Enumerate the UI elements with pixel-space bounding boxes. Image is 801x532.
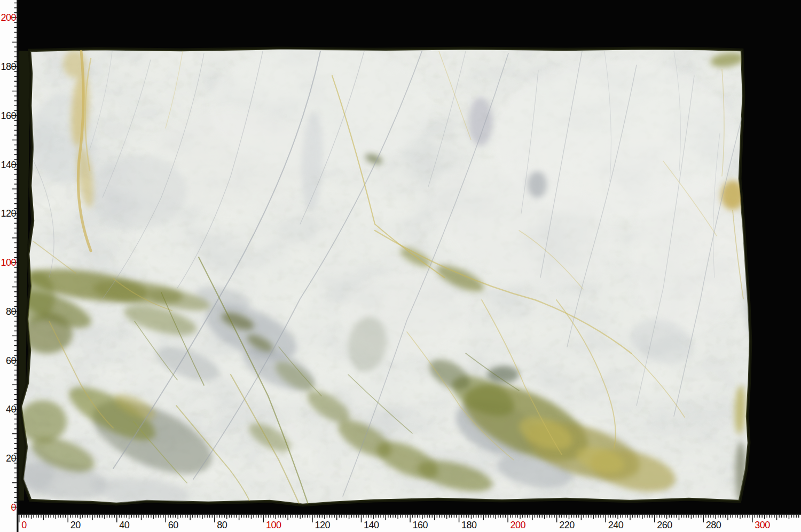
- bottom-ruler-tick: [341, 515, 342, 518]
- left-ruler-tick: [14, 277, 17, 278]
- bottom-ruler-tick: [732, 515, 733, 518]
- bottom-ruler-tick: [121, 515, 122, 518]
- bottom-ruler-tick: [422, 515, 423, 519]
- bottom-ruler-tick: [90, 515, 91, 518]
- bottom-ruler-tick: [634, 515, 635, 518]
- left-ruler-label: 140: [1, 160, 16, 170]
- left-ruler-tick: [12, 384, 17, 385]
- bottom-ruler-tick: [720, 515, 721, 518]
- bottom-ruler-label: 160: [413, 520, 428, 530]
- bottom-ruler-tick: [403, 515, 404, 518]
- bottom-ruler-tick: [307, 515, 308, 518]
- bottom-ruler-tick: [380, 515, 381, 518]
- bottom-ruler-tick: [265, 515, 266, 518]
- bottom-ruler-tick: [45, 515, 46, 518]
- bottom-ruler-tick: [200, 515, 201, 518]
- bottom-ruler-tick: [464, 515, 465, 518]
- bottom-ruler-tick: [488, 515, 489, 518]
- bottom-ruler-tick: [241, 515, 242, 518]
- bottom-ruler-tick: [327, 515, 328, 518]
- bottom-ruler-tick: [219, 515, 220, 518]
- left-ruler-tick: [14, 399, 17, 400]
- bottom-ruler-tick: [649, 515, 650, 518]
- left-ruler-tick: [14, 96, 17, 97]
- bottom-ruler-tick: [476, 515, 477, 518]
- bottom-ruler-tick: [371, 515, 372, 518]
- bottom-ruler-tick: [798, 515, 799, 518]
- bottom-ruler-tick: [478, 515, 479, 518]
- bottom-ruler-tick: [31, 515, 32, 519]
- bottom-ruler-tick: [276, 515, 277, 519]
- left-ruler-tick: [14, 3, 17, 4]
- left-ruler-label: 160: [1, 110, 16, 121]
- bottom-ruler-tick: [366, 515, 367, 518]
- bottom-ruler-tick: [212, 515, 213, 518]
- left-ruler-tick: [12, 91, 17, 92]
- bottom-ruler-tick: [300, 515, 301, 519]
- bottom-ruler-tick: [740, 515, 741, 519]
- bottom-ruler-tick: [767, 515, 768, 518]
- bottom-ruler-tick: [138, 515, 139, 518]
- left-ruler-tick: [14, 345, 17, 346]
- bottom-ruler: 0204060801001201401601802002202402602803…: [17, 514, 801, 532]
- bottom-ruler-tick: [317, 515, 318, 518]
- bottom-ruler-tick: [576, 515, 577, 518]
- bottom-ruler-tick: [425, 515, 426, 518]
- bottom-ruler-tick: [693, 515, 694, 518]
- bottom-ruler-tick: [141, 515, 142, 521]
- bottom-ruler-label: 40: [119, 520, 130, 530]
- bottom-ruler-tick: [107, 515, 108, 518]
- bottom-ruler-tick: [541, 515, 543, 518]
- bottom-ruler-tick: [116, 515, 117, 523]
- left-ruler-tick: [14, 350, 17, 351]
- bottom-ruler-tick: [217, 515, 218, 518]
- bottom-ruler-tick: [344, 515, 345, 518]
- bottom-ruler-tick: [747, 515, 748, 518]
- bottom-ruler-tick: [749, 515, 750, 518]
- bottom-ruler-tick: [671, 515, 672, 518]
- left-ruler-tick: [14, 419, 17, 420]
- left-ruler-tick: [14, 134, 17, 136]
- left-ruler-tick: [12, 336, 17, 337]
- bottom-ruler-tick: [378, 515, 379, 518]
- bottom-ruler-tick: [439, 515, 440, 518]
- left-ruler-tick: [14, 443, 17, 444]
- bottom-ruler-tick: [461, 515, 462, 518]
- bottom-ruler-tick: [73, 515, 74, 518]
- bottom-ruler-tick: [451, 515, 452, 518]
- bottom-ruler-tick: [214, 515, 215, 523]
- bottom-ruler-tick: [615, 515, 616, 518]
- left-ruler-tick: [14, 7, 17, 9]
- bottom-ruler-tick: [679, 515, 680, 521]
- bottom-ruler-tick: [222, 515, 223, 518]
- bottom-ruler-label: 20: [70, 520, 81, 530]
- bottom-ruler-tick: [236, 515, 237, 518]
- bottom-ruler-tick: [278, 515, 279, 518]
- bottom-ruler-tick: [571, 515, 572, 518]
- bottom-ruler-tick: [332, 515, 333, 518]
- bottom-ruler-tick: [505, 515, 506, 518]
- bottom-ruler-label: 220: [559, 520, 575, 530]
- bottom-ruler-tick: [517, 515, 519, 518]
- bottom-ruler-tick: [581, 515, 582, 521]
- bottom-ruler-tick: [761, 515, 763, 518]
- bottom-ruler-label: 180: [461, 520, 477, 530]
- slab-photo: [10, 43, 769, 510]
- bottom-ruler-label: 100: [266, 520, 281, 530]
- bottom-ruler-tick: [535, 515, 536, 518]
- bottom-ruler-tick: [713, 515, 714, 518]
- left-ruler-tick: [14, 375, 17, 376]
- bottom-ruler-tick: [566, 515, 567, 518]
- left-ruler-tick: [14, 487, 17, 488]
- bottom-ruler-tick: [414, 515, 415, 518]
- bottom-ruler-tick: [229, 515, 230, 518]
- left-ruler-tick: [14, 424, 17, 425]
- bottom-ruler-tick: [532, 515, 533, 521]
- bottom-ruler-tick: [742, 515, 743, 518]
- left-ruler-tick: [14, 228, 17, 229]
- bottom-ruler-tick: [493, 515, 494, 518]
- left-ruler-tick: [14, 37, 17, 38]
- bottom-ruler-tick: [60, 515, 61, 518]
- bottom-ruler-label: 240: [608, 520, 624, 530]
- bottom-ruler-tick: [730, 515, 731, 518]
